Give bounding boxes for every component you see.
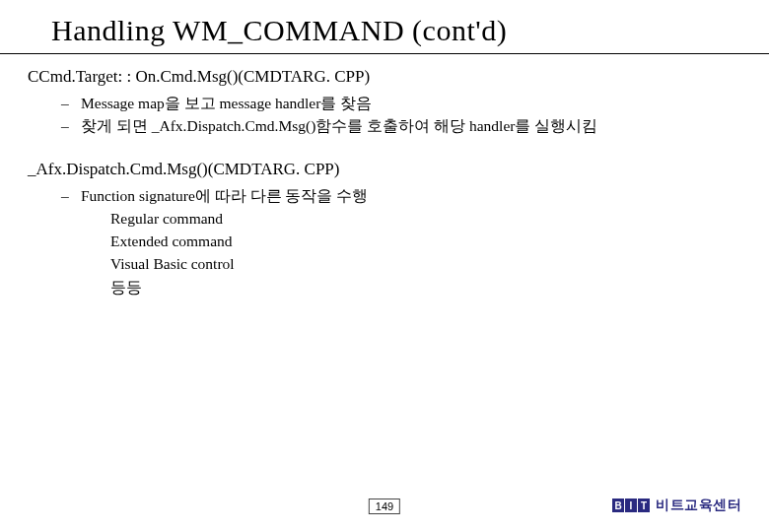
title-area: Handling WM_COMMAND (cont'd) (0, 0, 769, 54)
section-heading-1: CCmd.Target: : On.Cmd.Msg()(CMDTARG. CPP… (28, 64, 741, 90)
content-body: CCmd.Target: : On.Cmd.Msg()(CMDTARG. CPP… (0, 54, 769, 299)
logo-letter: I (625, 499, 637, 512)
sub-item: Extended command (110, 230, 741, 252)
slide-title: Handling WM_COMMAND (cont'd) (0, 14, 769, 47)
list-item: 찾게 되면 _Afx.Dispatch.Cmd.Msg()함수를 호출하여 해당… (61, 114, 741, 137)
brand-logo-icon: B I T (612, 499, 650, 512)
bullet-list-2: Function signature에 따라 다른 동작을 수행 (28, 184, 741, 207)
section-heading-2: _Afx.Dispatch.Cmd.Msg()(CMDTARG. CPP) (28, 157, 741, 182)
sub-item: Visual Basic control (110, 252, 741, 275)
sub-item: Regular command (110, 207, 741, 230)
list-item: Function signature에 따라 다른 동작을 수행 (61, 184, 741, 207)
slide: Handling WM_COMMAND (cont'd) CCmd.Target… (0, 0, 769, 532)
page-number: 149 (369, 499, 400, 514)
brand-text: 비트교육센터 (656, 497, 741, 514)
logo-letter: B (612, 499, 624, 512)
sub-list: Regular command Extended command Visual … (28, 207, 741, 299)
bullet-list-1: Message map을 보고 message handler를 찾음 찾게 되… (28, 92, 741, 138)
brand: B I T 비트교육센터 (612, 497, 741, 514)
sub-item: 등등 (110, 276, 741, 299)
list-item: Message map을 보고 message handler를 찾음 (61, 92, 741, 114)
logo-letter: T (638, 499, 650, 512)
